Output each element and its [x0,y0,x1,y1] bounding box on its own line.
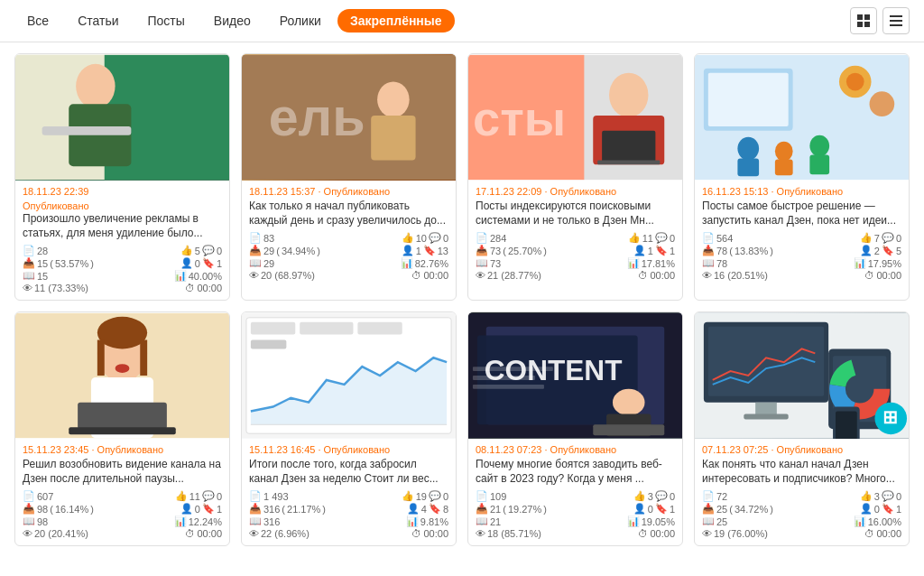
card-3[interactable]: сты 17.11.23 22:09 · Опубликовано Посты … [467,53,683,301]
card-2-thumbnail: ель [242,54,456,181]
svg-rect-22 [602,131,655,163]
svg-rect-67 [755,403,777,416]
card-5-thumbnail [15,312,229,439]
card-8[interactable]: ⊞ 07.11.23 07:25 · Опубликовано Как поня… [694,311,910,546]
card-3-meta: 17.11.23 22:09 · Опубликовано [476,186,675,197]
card-2[interactable]: ель 18.11.23 15:37 · Опубликовано Как то… [241,53,457,301]
svg-rect-61 [473,367,553,371]
svg-rect-35 [809,154,829,174]
card-1-status: Опубликовано [23,200,89,211]
svg-rect-48 [251,322,295,335]
svg-rect-62 [473,376,535,380]
svg-rect-66 [708,327,824,396]
svg-point-58 [613,389,645,416]
card-3-stats: 📄 284 👍 11 💬 0 📥 73 (25.70%) 👤 1 🔖 1 📖 7… [476,232,675,281]
card-2-stats: 📄 83 👍 10 💬 0 📥 29 (34.94%) 👤 1 🔖 13 📖 2… [249,232,448,281]
card-6-meta: 15.11.23 16:45 · Опубликовано [249,444,448,455]
svg-point-34 [809,135,829,157]
card-3-thumbnail: сты [468,54,682,181]
svg-rect-40 [97,340,105,376]
svg-rect-5 [890,20,902,22]
card-3-title: Посты индексируются поисковыми системами… [476,200,675,228]
card-5-meta: 15.11.23 23:45 · Опубликовано [23,444,222,455]
card-2-meta: 18.11.23 15:37 · Опубликовано [249,186,448,197]
grid-icon [856,14,871,28]
card-2-title: Как только я начал публиковать каждый де… [249,200,448,228]
svg-point-28 [846,73,864,91]
tab-video[interactable]: Видео [201,9,263,33]
svg-rect-50 [357,322,402,335]
card-6-stats: 📄 1 493 👍 19 💬 0 📥 316 (21.17%) 👤 4 🔖 8 … [249,490,448,539]
card-4-body: 16.11.23 15:13 · Опубликовано Посты само… [695,181,909,287]
card-7-body: 08.11.23 07:23 · Опубликовано Почему мно… [468,439,682,545]
svg-rect-0 [857,14,863,20]
svg-rect-11 [42,126,132,135]
svg-rect-23 [597,160,660,164]
svg-point-20 [609,73,648,117]
svg-text:⊞: ⊞ [882,408,898,428]
svg-point-9 [76,64,115,108]
grid-view-button[interactable] [850,7,877,34]
svg-point-73 [837,367,882,411]
list-view-button[interactable] [882,7,910,34]
svg-rect-33 [775,159,793,175]
svg-rect-51 [251,340,287,349]
svg-rect-31 [737,158,759,176]
svg-text:ель: ель [269,87,365,147]
svg-point-32 [775,142,793,162]
tab-articles[interactable]: Статьи [65,9,131,33]
svg-rect-4 [890,15,902,17]
svg-rect-68 [744,414,788,420]
card-1[interactable]: 18.11.23 22:39 Опубликовано Произошло ув… [14,53,230,301]
card-6[interactable]: 15.11.23 16:45 · Опубликовано Итоги посл… [241,311,457,546]
svg-point-45 [116,364,130,373]
card-1-meta: 18.11.23 22:39 [23,186,222,197]
card-6-thumbnail [242,312,456,439]
card-6-body: 15.11.23 16:45 · Опубликовано Итоги посл… [242,439,456,545]
card-8-body: 07.11.23 07:25 · Опубликовано Как понять… [695,439,909,545]
list-icon [889,14,903,28]
card-8-meta: 07.11.23 07:25 · Опубликовано [702,444,901,455]
svg-rect-75 [836,412,857,440]
card-3-body: 17.11.23 22:09 · Опубликовано Посты инде… [468,181,682,287]
card-8-thumbnail: ⊞ [695,312,909,439]
card-6-title: Итоги после того, когда забросил канал Д… [249,458,448,486]
card-7-stats: 📄 109 👍 3 💬 0 📥 21 (19.27%) 👤 0 🔖 1 📖 21… [476,490,675,539]
tabs: Все Статьи Посты Видео Ролики Закреплённ… [14,9,455,33]
svg-point-15 [377,82,410,118]
card-7-title: Почему многие боятся заводить веб-сайт в… [476,458,675,486]
svg-rect-60 [593,425,664,436]
tab-posts[interactable]: Посты [135,9,198,33]
svg-rect-49 [300,322,353,335]
svg-rect-26 [708,73,789,126]
card-7[interactable]: CONTENT 08.11.23 07:23 · Опубликовано По… [467,311,683,546]
svg-point-39 [97,317,147,349]
svg-rect-44 [69,427,176,434]
card-1-stats: 📄 28 👍 5 💬 0 📥 15 (53.57%) 👤 0 🔖 1 📖 15 … [23,245,222,293]
card-7-meta: 08.11.23 07:23 · Опубликовано [476,444,675,455]
card-5-title: Решил возобновить видение канала на Дзен… [23,458,222,486]
card-5-stats: 📄 607 👍 11 💬 0 📥 98 (16.14%) 👤 0 🔖 1 📖 9… [23,490,222,539]
svg-rect-16 [371,116,415,160]
svg-point-30 [737,137,759,161]
tab-all[interactable]: Все [14,9,61,33]
card-8-title: Как понять что канал начал Дзен интересо… [702,458,901,486]
card-1-body: 18.11.23 22:39 Опубликовано Произошло ув… [15,181,229,300]
svg-rect-63 [473,385,544,389]
card-4-thumbnail [695,54,909,181]
tab-reels[interactable]: Ролики [267,9,334,33]
top-bar: Все Статьи Посты Видео Ролики Закреплённ… [0,0,924,42]
cards-grid: 18.11.23 22:39 Опубликовано Произошло ув… [0,42,924,557]
svg-rect-2 [857,22,863,27]
tab-pinned[interactable]: Закреплённые [337,9,455,33]
svg-rect-1 [864,14,870,20]
svg-point-29 [870,91,895,116]
card-8-stats: 📄 72 👍 3 💬 0 📥 25 (34.72%) 👤 0 🔖 1 📖 25 … [702,490,901,539]
card-5[interactable]: 15.11.23 23:45 · Опубликовано Решил возо… [14,311,230,546]
card-4-meta: 16.11.23 15:13 · Опубликовано [702,186,901,197]
svg-rect-43 [78,403,167,430]
card-5-body: 15.11.23 23:45 · Опубликовано Решил возо… [15,439,229,545]
card-4[interactable]: 16.11.23 15:13 · Опубликовано Посты само… [694,53,910,301]
svg-rect-6 [890,24,902,26]
card-7-thumbnail: CONTENT [468,312,682,439]
